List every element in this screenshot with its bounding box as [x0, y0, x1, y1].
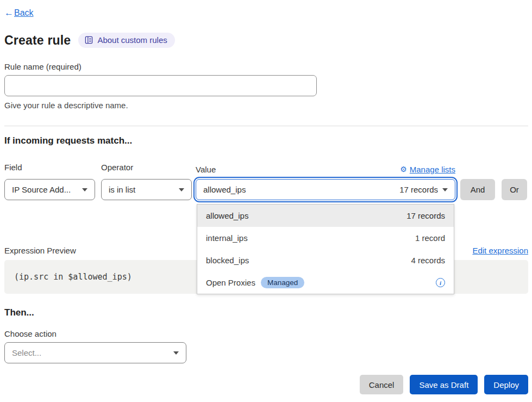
value-select-selected: allowed_ips [203, 185, 246, 194]
list-option-open-proxies[interactable]: Open Proxies Managed i [197, 271, 454, 294]
managed-badge: Managed [261, 277, 304, 288]
and-button[interactable]: And [460, 179, 495, 200]
action-select[interactable]: Select... [4, 342, 186, 363]
rule-name-input[interactable] [4, 75, 317, 96]
back-arrow-icon: ← [4, 8, 14, 18]
deploy-button[interactable]: Deploy [484, 375, 528, 394]
list-option-blocked-ips[interactable]: blocked_ips 4 records [197, 249, 454, 271]
section-divider [4, 126, 528, 126]
option-name: allowed_ips [206, 211, 248, 220]
value-select[interactable]: allowed_ips 17 records [196, 179, 455, 200]
field-label: Field [4, 163, 101, 172]
option-meta: 1 record [415, 233, 445, 243]
back-label: Back [14, 8, 34, 18]
about-custom-rules-link[interactable]: About custom rules [78, 33, 174, 48]
field-select-value: IP Source Add... [12, 185, 71, 194]
manage-lists-link[interactable]: ⚙ Manage lists [400, 165, 455, 174]
rule-name-label: Rule name (required) [4, 62, 528, 71]
info-icon[interactable]: i [436, 278, 445, 287]
back-link[interactable]: ←Back [4, 8, 34, 18]
value-label: Value [196, 165, 216, 174]
field-select[interactable]: IP Source Add... [4, 179, 95, 200]
page-title: Create rule [4, 33, 71, 48]
option-meta: 4 records [411, 256, 445, 265]
chevron-down-icon [82, 188, 87, 191]
edit-expression-link[interactable]: Edit expression [472, 246, 528, 255]
or-button[interactable]: Or [502, 179, 527, 200]
option-name: blocked_ips [206, 256, 249, 265]
action-select-placeholder: Select... [12, 348, 41, 357]
list-dropdown-panel: allowed_ips 17 records internal_ips 1 re… [197, 204, 454, 294]
expression-code: (ip.src in $allowed_ips) [14, 272, 132, 282]
cancel-button[interactable]: Cancel [360, 375, 404, 394]
create-rule-page: ←Back Create rule About custom rules Rul… [0, 0, 532, 394]
choose-action-label: Choose action [4, 329, 528, 338]
then-section-heading: Then... [4, 307, 528, 318]
list-option-allowed-ips[interactable]: allowed_ips 17 records [197, 205, 454, 227]
save-as-draft-button[interactable]: Save as Draft [410, 375, 478, 394]
about-badge-label: About custom rules [97, 35, 167, 45]
gear-icon: ⚙ [400, 165, 407, 174]
value-select-meta: 17 records [399, 185, 438, 194]
rule-name-helper: Give your rule a descriptive name. [4, 101, 528, 110]
match-section-heading: If incoming requests match... [4, 135, 528, 146]
option-name: Open Proxies [206, 278, 255, 287]
operator-select-value: is in list [109, 185, 135, 194]
manage-lists-label: Manage lists [410, 165, 455, 174]
chevron-down-icon [179, 188, 184, 191]
option-meta: 17 records [406, 211, 445, 220]
chevron-down-icon [173, 351, 179, 355]
expression-preview-label: Expression Preview [4, 246, 76, 255]
chevron-down-icon [442, 188, 448, 191]
list-option-internal-ips[interactable]: internal_ips 1 record [197, 227, 454, 249]
operator-label: Operator [101, 163, 196, 172]
operator-select[interactable]: is in list [101, 179, 192, 200]
book-icon [85, 36, 93, 44]
option-name: internal_ips [206, 233, 248, 243]
